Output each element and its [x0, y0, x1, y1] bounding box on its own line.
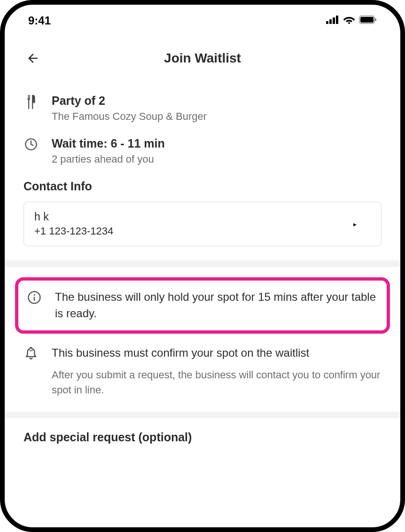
back-button[interactable]: [23, 49, 42, 68]
contact-details: h k +1 123-123-1234: [34, 211, 113, 237]
wait-queue-label: 2 parties ahead of you: [52, 153, 165, 165]
hold-notice-row: The business will only hold your spot fo…: [27, 289, 378, 322]
wait-time-label: Wait time: 6 - 11 min: [52, 137, 165, 150]
status-time: 9:41: [28, 14, 51, 27]
device-frame: 9:41 Join Waitlist Party of 2 The: [0, 0, 405, 532]
confirm-notice-content: This business must confirm your spot on …: [52, 345, 382, 398]
wait-info-text: Wait time: 6 - 11 min 2 parties ahead of…: [52, 137, 165, 165]
clock-icon: [23, 137, 39, 151]
contact-card[interactable]: h k +1 123-123-1234 ▸: [23, 202, 382, 246]
status-icons: [326, 16, 377, 26]
arrow-left-icon: [26, 51, 40, 65]
bell-icon: [23, 345, 39, 360]
svg-rect-7: [375, 18, 376, 21]
section-divider: [5, 412, 400, 418]
info-icon: [27, 289, 42, 305]
confirm-notice-row: This business must confirm your spot on …: [23, 345, 382, 398]
hold-notice-text: The business will only hold your spot fo…: [55, 289, 378, 322]
hold-notice-highlight: The business will only hold your spot fo…: [15, 277, 390, 334]
status-bar: 9:41: [5, 5, 400, 32]
caret-right-icon: ▸: [353, 220, 357, 228]
content: Party of 2 The Famous Cozy Soup & Burger…: [5, 80, 400, 444]
confirm-notice-sub: After you submit a request, the business…: [52, 368, 382, 398]
svg-rect-3: [336, 16, 338, 24]
party-info-text: Party of 2 The Famous Cozy Soup & Burger: [52, 94, 207, 123]
special-request-title: Add special request (optional): [23, 430, 382, 444]
utensils-icon: [23, 94, 39, 109]
svg-rect-0: [326, 21, 328, 24]
contact-section-title: Contact Info: [23, 180, 382, 193]
restaurant-name: The Famous Cozy Soup & Burger: [52, 110, 207, 123]
svg-rect-1: [329, 19, 332, 24]
section-divider: [5, 260, 400, 267]
svg-rect-2: [333, 17, 335, 24]
contact-phone: +1 123-123-1234: [34, 225, 113, 237]
svg-rect-6: [360, 17, 374, 23]
confirm-notice-title: This business must confirm your spot on …: [52, 345, 382, 361]
page-title: Join Waitlist: [23, 51, 382, 66]
svg-point-10: [33, 294, 35, 296]
wait-info-row: Wait time: 6 - 11 min 2 parties ahead of…: [23, 137, 382, 165]
battery-icon: [359, 16, 377, 26]
wifi-icon: [343, 16, 355, 26]
nav-bar: Join Waitlist: [5, 32, 400, 80]
confirm-notice-block: This business must confirm your spot on …: [23, 338, 382, 403]
svg-point-4: [348, 22, 350, 24]
party-size-label: Party of 2: [52, 94, 207, 108]
party-info-row: Party of 2 The Famous Cozy Soup & Burger: [23, 94, 382, 123]
contact-name: h k: [34, 211, 113, 223]
svg-rect-11: [34, 297, 35, 301]
cellular-icon: [326, 16, 339, 26]
